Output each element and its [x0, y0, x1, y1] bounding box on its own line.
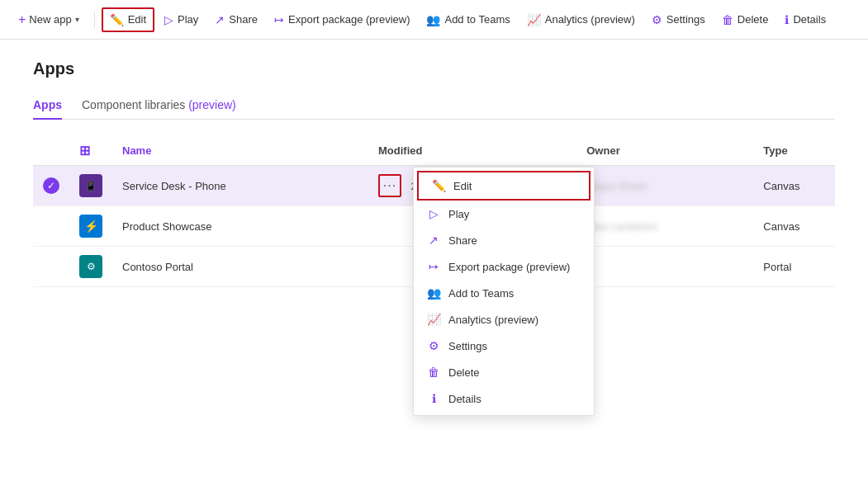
settings-label: Settings	[666, 13, 705, 26]
context-menu-item-edit[interactable]: ✏️ Edit	[417, 171, 591, 201]
three-dots-button[interactable]: ···	[378, 174, 401, 197]
owner-name: Elise Landström	[586, 221, 657, 233]
share-menu-icon: ↗	[427, 234, 440, 247]
main-content: Apps Apps Component libraries (preview) …	[0, 40, 868, 287]
tab-apps[interactable]: Apps	[33, 92, 62, 120]
export-menu-label: Export package (preview)	[448, 261, 570, 273]
context-menu-item-play[interactable]: ▷ Play	[414, 201, 594, 227]
analytics-menu-icon: 📈	[427, 313, 440, 326]
delete-menu-icon: 🗑	[427, 366, 440, 379]
row-app-icon: 📱	[69, 166, 112, 206]
tab-component-libraries[interactable]: Component libraries (preview)	[82, 92, 236, 120]
separator-1	[94, 12, 95, 28]
chevron-down-icon: ▾	[75, 15, 79, 24]
context-menu-item-share[interactable]: ↗ Share	[414, 227, 594, 253]
details-icon: ℹ	[785, 13, 789, 26]
edit-label: Edit	[128, 13, 146, 26]
share-menu-label: Share	[448, 234, 477, 247]
col-header-name[interactable]: Name	[112, 136, 368, 166]
share-button[interactable]: ↗ Share	[208, 9, 264, 31]
teams-menu-icon: 👥	[427, 286, 440, 300]
plus-icon: +	[18, 12, 26, 27]
export-package-label: Export package (preview)	[288, 13, 410, 26]
tab-component-label: Component libraries	[82, 98, 188, 111]
new-app-button[interactable]: + New app ▾	[10, 8, 88, 31]
owner-name: Megan Bower	[586, 181, 647, 192]
delete-button[interactable]: 🗑 Delete	[715, 9, 776, 31]
export-menu-icon: ↦	[427, 260, 440, 273]
settings-menu-label: Settings	[448, 340, 487, 352]
context-menu-item-analytics[interactable]: 📈 Analytics (preview)	[414, 306, 594, 333]
row-name: Product Showcase	[112, 206, 368, 247]
edit-menu-icon: ✏️	[432, 179, 445, 192]
app-icon-service-desk: 📱	[79, 174, 102, 197]
row-type: Canvas	[753, 166, 835, 206]
row-app-icon: ⚙	[69, 247, 112, 287]
row-app-icon: ⚡	[69, 206, 112, 247]
edit-button[interactable]: ✏️ Edit	[102, 7, 154, 32]
play-label: Play	[178, 13, 198, 26]
context-menu-item-export[interactable]: ↦ Export package (preview)	[414, 253, 594, 280]
row-owner: Elise Landström	[576, 206, 753, 247]
table-icon: ⊞	[79, 144, 90, 158]
toolbar: + New app ▾ ✏️ Edit ▷ Play ↗ Share ↦ Exp…	[0, 0, 868, 40]
context-menu-item-details[interactable]: ℹ Details	[414, 385, 594, 412]
check-icon: ✓	[43, 177, 59, 194]
analytics-button[interactable]: 📈 Analytics (preview)	[520, 9, 642, 31]
delete-icon: 🗑	[722, 13, 733, 26]
analytics-menu-label: Analytics (preview)	[448, 314, 538, 326]
row-type: Portal	[753, 247, 835, 287]
details-label: Details	[793, 13, 826, 26]
settings-icon: ⚙	[652, 13, 662, 26]
col-header-check	[33, 136, 69, 166]
row-owner: Megan Bower	[576, 166, 753, 206]
analytics-icon: 📈	[527, 13, 541, 26]
edit-menu-label: Edit	[453, 180, 472, 192]
play-button[interactable]: ▷ Play	[158, 9, 205, 31]
add-to-teams-label: Add to Teams	[444, 13, 510, 26]
col-header-modified: Modified	[368, 136, 576, 166]
row-checkbox	[33, 247, 69, 287]
details-menu-label: Details	[448, 393, 481, 405]
tab-apps-label: Apps	[33, 98, 62, 111]
context-menu-item-delete[interactable]: 🗑 Delete	[414, 359, 594, 385]
col-header-owner: Owner	[576, 136, 753, 166]
delete-label: Delete	[738, 13, 769, 26]
export-package-button[interactable]: ↦ Export package (preview)	[268, 9, 416, 31]
add-to-teams-menu-label: Add to Teams	[448, 287, 514, 300]
settings-menu-icon: ⚙	[427, 339, 440, 352]
context-menu-item-settings[interactable]: ⚙ Settings	[414, 333, 594, 359]
new-app-label: New app	[29, 13, 71, 26]
context-menu: ✏️ Edit ▷ Play ↗ Share ↦ Export package …	[413, 167, 595, 416]
tab-preview-badge: (preview)	[188, 98, 236, 111]
settings-button[interactable]: ⚙ Settings	[645, 9, 712, 31]
edit-icon: ✏️	[110, 13, 124, 26]
row-name: Service Desk - Phone	[112, 166, 368, 206]
analytics-label: Analytics (preview)	[545, 13, 635, 26]
app-icon-contoso-portal: ⚙	[79, 255, 102, 278]
teams-icon: 👥	[426, 13, 440, 26]
row-owner	[576, 247, 753, 287]
play-icon: ▷	[164, 13, 173, 26]
details-button[interactable]: ℹ Details	[778, 9, 832, 31]
share-label: Share	[229, 13, 258, 26]
play-menu-icon: ▷	[427, 207, 440, 220]
play-menu-label: Play	[448, 208, 469, 220]
delete-menu-label: Delete	[448, 366, 480, 379]
export-icon: ↦	[274, 13, 284, 26]
table-container: ⊞ Name Modified Owner Type	[33, 136, 835, 287]
row-name: Contoso Portal	[112, 247, 368, 287]
page-title: Apps	[33, 59, 835, 78]
col-header-type: Type	[753, 136, 835, 166]
details-menu-icon: ℹ	[427, 392, 440, 405]
add-to-teams-button[interactable]: 👥 Add to Teams	[420, 9, 516, 31]
col-header-icon: ⊞	[69, 136, 112, 166]
tabs-container: Apps Component libraries (preview)	[33, 92, 835, 120]
share-icon: ↗	[215, 13, 225, 26]
row-type: Canvas	[753, 206, 835, 247]
context-menu-item-add-to-teams[interactable]: 👥 Add to Teams	[414, 280, 594, 306]
row-checkbox: ✓	[33, 166, 69, 206]
row-checkbox	[33, 206, 69, 247]
app-icon-product-showcase: ⚡	[79, 215, 102, 238]
